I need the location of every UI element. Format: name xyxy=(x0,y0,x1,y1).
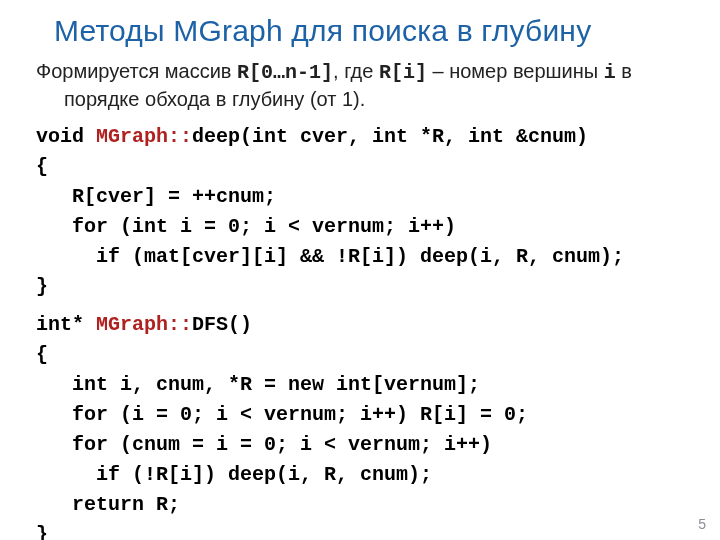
code-block-deep: void MGraph::deep(int cver, int *R, int … xyxy=(36,122,692,302)
code1-l1c: deep(int cver, int *R, int &cnum) xyxy=(192,125,588,148)
code1-l4: for (int i = 0; i < vernum; i++) xyxy=(36,215,456,238)
description-paragraph: Формируется массив R[0…n-1], где R[i] – … xyxy=(64,58,692,112)
code2-l7: return R; xyxy=(36,493,180,516)
desc-i: i xyxy=(604,61,616,84)
page-number: 5 xyxy=(698,516,706,532)
desc-ri: R[i] xyxy=(379,61,427,84)
code2-l5: for (cnum = i = 0; i < vernum; i++) xyxy=(36,433,492,456)
code2-l1a: int* xyxy=(36,313,96,336)
desc-text-1: Формируется массив xyxy=(36,60,237,82)
code2-l4: for (i = 0; i < vernum; i++) R[i] = 0; xyxy=(36,403,528,426)
code2-l2: { xyxy=(36,343,48,366)
code1-l2: { xyxy=(36,155,48,178)
code2-l8: } xyxy=(36,523,48,540)
code1-l5: if (mat[cver][i] && !R[i]) deep(i, R, cn… xyxy=(36,245,624,268)
code1-l1b: MGraph:: xyxy=(96,125,192,148)
slide-title: Методы MGraph для поиска в глубину xyxy=(54,14,692,48)
code2-l1c: DFS() xyxy=(192,313,252,336)
code2-l3: int i, cnum, *R = new int[vernum]; xyxy=(36,373,480,396)
code-block-dfs: int* MGraph::DFS() { int i, cnum, *R = n… xyxy=(36,310,692,540)
slide: Методы MGraph для поиска в глубину Форми… xyxy=(0,0,720,540)
code2-l1b: MGraph:: xyxy=(96,313,192,336)
code1-l1a: void xyxy=(36,125,96,148)
desc-array: R[0…n-1] xyxy=(237,61,333,84)
desc-text-3: – номер вершины xyxy=(427,60,604,82)
code1-l6: } xyxy=(36,275,48,298)
code1-l3: R[cver] = ++cnum; xyxy=(36,185,276,208)
code2-l6: if (!R[i]) deep(i, R, cnum); xyxy=(36,463,432,486)
desc-text-2: , где xyxy=(333,60,379,82)
